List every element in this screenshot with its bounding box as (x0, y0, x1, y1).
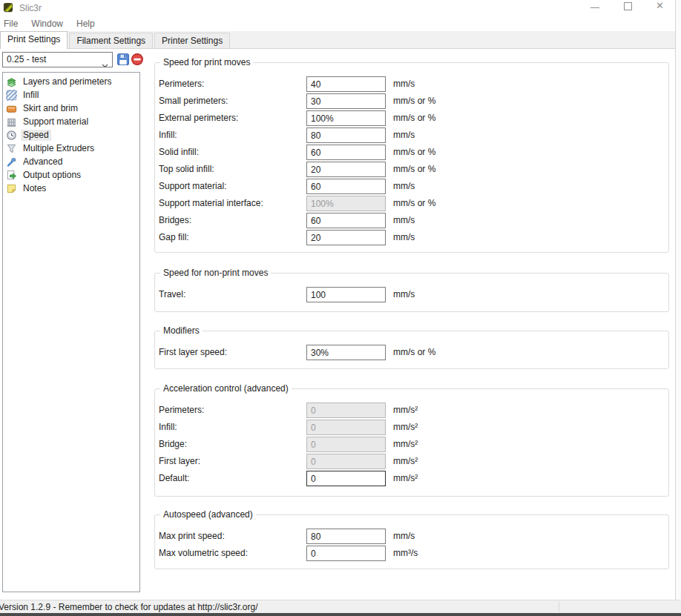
unit-label: mm/s (393, 230, 415, 245)
field-label: Infill: (159, 420, 177, 435)
unit-label: mm/s or % (393, 93, 435, 109)
form-row: Bridges:mm/s (155, 213, 668, 228)
unit-label: mm/s² (393, 471, 418, 486)
group-title: Modifiers (160, 325, 203, 336)
bridges-input[interactable] (306, 213, 386, 228)
group-modifiers: ModifiersFirst layer speed:mm/s or % (154, 331, 669, 369)
maximize-button[interactable] (624, 2, 632, 10)
external-perimeters-input[interactable] (306, 110, 386, 126)
travel-input[interactable] (306, 287, 386, 302)
form-row: Gap fill:mm/s (155, 230, 668, 245)
delete-preset-button[interactable] (131, 53, 144, 66)
form-row: Perimeters:mm/s (155, 76, 668, 92)
unit-label: mm/s (393, 213, 415, 228)
preset-dropdown[interactable]: 0.25 - test (2, 52, 113, 67)
field-label: Top solid infill: (159, 162, 214, 177)
tab-printer-settings[interactable]: Printer Settings (154, 33, 230, 48)
sidebar-item-label: Speed (21, 130, 51, 141)
unit-label: mm³/s (393, 546, 418, 561)
sidebar-item-speed[interactable]: Speed (3, 128, 139, 142)
form-row: Infill:mm/s² (155, 420, 668, 435)
note-icon (6, 183, 17, 194)
settings-tab-bar: Print SettingsFilament SettingsPrinter S… (0, 31, 675, 49)
group-title: Speed for print moves (160, 57, 253, 67)
minimize-button[interactable] (590, 7, 599, 8)
sidebar-item-label: Multiple Extruders (21, 143, 96, 154)
form-row: First layer speed:mm/s or % (155, 345, 668, 360)
unit-label: mm/s or % (393, 345, 435, 360)
menu-window[interactable]: Window (24, 16, 70, 29)
sidebar-item-support-material[interactable]: Support material (3, 115, 139, 128)
sidebar-item-multiple-extruders[interactable]: Multiple Extruders (3, 142, 139, 155)
layers-icon (6, 76, 17, 87)
sidebar-item-output-options[interactable]: Output options (3, 168, 139, 182)
menu-file[interactable]: File (0, 16, 24, 29)
sidebar-item-label: Support material (21, 116, 91, 127)
save-preset-button[interactable] (116, 53, 130, 66)
speed-clock-icon (6, 130, 17, 141)
form-row: Support material interface:mm/s or % (155, 196, 668, 211)
group-speed-for-non-print-moves: Speed for non-print movesTravel:mm/s (154, 273, 669, 312)
sidebar-item-notes[interactable]: Notes (3, 182, 139, 195)
extruder-funnel-icon (6, 143, 17, 154)
top-solid-infill-input[interactable] (306, 162, 386, 177)
unit-label: mm/s (393, 127, 415, 143)
field-label: Bridges: (159, 213, 191, 228)
unit-label: mm/s or % (393, 110, 435, 126)
max-print-speed-input[interactable] (306, 529, 386, 544)
form-row: First layer:mm/s² (155, 454, 668, 469)
form-row: Max volumetric speed:mm³/s (155, 546, 668, 561)
support-material-input[interactable] (306, 179, 386, 194)
unit-label: mm/s (393, 76, 415, 92)
field-label: Solid infill: (159, 145, 199, 160)
infill-input[interactable] (306, 127, 386, 143)
field-label: First layer: (159, 454, 200, 469)
sidebar-item-infill[interactable]: Infill (3, 88, 139, 102)
field-label: Perimeters: (159, 403, 204, 418)
perimeters-input[interactable] (306, 76, 386, 92)
group-speed-for-print-moves: Speed for print movesPerimeters:mm/sSmal… (154, 62, 669, 253)
field-label: Support material: (159, 179, 226, 194)
skirt-box-icon (6, 103, 17, 114)
field-label: External perimeters: (159, 110, 238, 126)
close-button[interactable]: ✕ (656, 1, 664, 10)
form-row: Bridge:mm/s² (155, 437, 668, 452)
perimeters-input (306, 403, 386, 418)
field-label: Perimeters: (159, 76, 204, 92)
form-row: Small perimeters:mm/s or % (155, 93, 668, 109)
unit-label: mm/s or % (393, 196, 435, 211)
preset-value: 0.25 - test (7, 54, 46, 64)
default-input[interactable] (306, 471, 386, 486)
menu-bar: FileWindowHelp (0, 16, 675, 31)
title-bar: Slic3r ✕ (0, 0, 675, 16)
form-row: Solid infill:mm/s or % (155, 145, 668, 160)
field-label: Travel: (159, 287, 185, 302)
statusbar-separator (559, 602, 559, 612)
form-row: Support material:mm/s (155, 179, 668, 194)
unit-label: mm/s or % (393, 145, 435, 160)
status-bar: Version 1.2.9 - Remember to check for up… (0, 600, 681, 613)
unit-label: mm/s (393, 529, 415, 544)
tab-filament-settings[interactable]: Filament Settings (69, 33, 153, 48)
sidebar-item-label: Output options (21, 170, 83, 181)
tab-print-settings[interactable]: Print Settings (0, 31, 68, 49)
max-volumetric-speed-input[interactable] (306, 546, 386, 561)
gap-fill-input[interactable] (306, 230, 386, 245)
first-layer-speed-input[interactable] (306, 345, 386, 360)
form-row: Perimeters:mm/s² (155, 403, 668, 418)
group-title: Autospeed (advanced) (160, 509, 256, 520)
field-label: Max volumetric speed: (159, 546, 248, 561)
sidebar-item-label: Layers and perimeters (21, 76, 114, 87)
sidebar-item-advanced[interactable]: Advanced (3, 155, 139, 168)
menu-help[interactable]: Help (70, 16, 102, 29)
sidebar-item-skirt-and-brim[interactable]: Skirt and brim (3, 102, 139, 115)
right-edge-strip (675, 0, 681, 600)
sidebar-item-layers-and-perimeters[interactable]: Layers and perimeters (3, 75, 139, 88)
group-title: Speed for non-print moves (160, 268, 271, 278)
group-acceleration-control-advanced: Acceleration control (advanced)Perimeter… (154, 388, 669, 497)
field-label: Support material interface: (159, 196, 263, 211)
solid-infill-input[interactable] (306, 145, 386, 160)
unit-label: mm/s (393, 287, 415, 302)
small-perimeters-input[interactable] (306, 93, 386, 109)
unit-label: mm/s (393, 179, 415, 194)
